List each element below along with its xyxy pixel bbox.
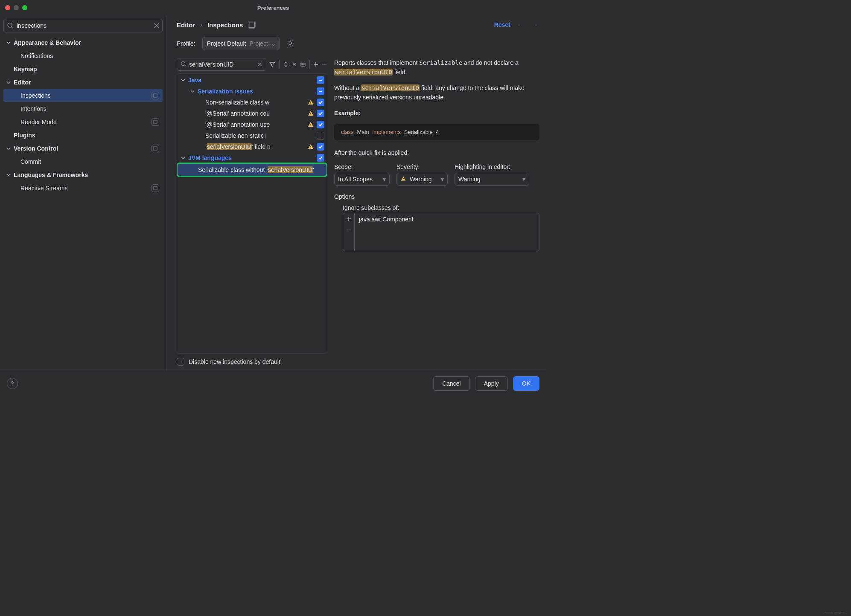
options-entry[interactable]: java.awt.Component <box>355 213 539 251</box>
clear-search-icon[interactable] <box>154 23 159 29</box>
tree-label: Non-serializable class w <box>205 99 306 106</box>
tri-state-checkbox[interactable] <box>317 76 324 84</box>
svg-line-1 <box>12 27 13 28</box>
inspection-tree: Java Serialization issues Non-serializab… <box>177 73 327 354</box>
nav-item-editor[interactable]: Editor <box>3 76 163 89</box>
nav-item-inspections[interactable]: Inspections <box>3 89 163 102</box>
code-block: class Main implements Serializable { <box>334 124 539 140</box>
filter-icon[interactable] <box>269 59 276 70</box>
chevron-down-icon <box>5 79 12 86</box>
tree-node[interactable]: 'serialVersionUID' field n <box>177 141 327 152</box>
settings-search-input[interactable] <box>3 19 163 32</box>
tree-label: Serializable non-static i <box>205 132 314 139</box>
breadcrumb-root[interactable]: Editor <box>177 21 195 29</box>
nav-item-reactive-streams[interactable]: Reactive Streams <box>3 181 163 195</box>
tree-node-serialization[interactable]: Serialization issues <box>177 86 327 97</box>
svg-rect-6 <box>154 147 157 150</box>
checkbox[interactable] <box>317 99 324 106</box>
gear-icon[interactable] <box>286 39 294 48</box>
nav-label: Plugins <box>14 132 159 139</box>
checkbox[interactable] <box>317 132 324 139</box>
svg-point-26 <box>310 148 311 148</box>
tree-node[interactable]: '@Serial' annotation cou <box>177 108 327 119</box>
tree-node-selected[interactable]: Serializable class without 'serialVersio… <box>177 163 327 176</box>
warning-icon <box>307 121 314 128</box>
nav-item-languages-frameworks[interactable]: Languages & Frameworks <box>3 168 163 181</box>
nav-item-reader-mode[interactable]: Reader Mode <box>3 115 163 128</box>
close-window-icon[interactable] <box>5 5 10 10</box>
remove-icon[interactable] <box>321 59 327 70</box>
nav-item-keymap[interactable]: Keymap <box>3 62 163 76</box>
nav-label: Intentions <box>20 105 159 112</box>
nav-label: Languages & Frameworks <box>14 171 159 178</box>
warning-icon <box>307 143 314 150</box>
settings-sidebar: Appearance & BehaviorNotificationsKeymap… <box>0 15 166 371</box>
expand-all-icon[interactable] <box>283 59 289 70</box>
tree-label: '@Serial' annotation cou <box>205 110 306 117</box>
tree-label: '@Serial' annotation use <box>205 121 306 128</box>
tree-search-input[interactable] <box>189 61 255 68</box>
chevron-down-icon <box>189 88 196 95</box>
nav-item-commit[interactable]: Commit <box>3 155 163 168</box>
nav-item-plugins[interactable]: Plugins <box>3 128 163 142</box>
tree-node-jvm[interactable]: JVM languages <box>177 152 327 163</box>
checkbox[interactable] <box>317 110 324 117</box>
options-subtitle: Ignore subclasses of: <box>343 204 539 211</box>
tree-node[interactable]: Serializable non-static i <box>177 130 327 141</box>
forward-icon: → <box>530 20 539 29</box>
tree-search-wrap: ✕ <box>177 58 266 71</box>
cancel-button[interactable]: Cancel <box>433 376 470 391</box>
project-badge-icon <box>152 184 159 192</box>
checkbox[interactable] <box>317 121 324 128</box>
tree-label: Serializable class without 'serialVersio… <box>198 166 323 173</box>
help-icon[interactable]: ? <box>7 378 18 389</box>
tree-label: Java <box>188 77 314 84</box>
tree-node[interactable]: '@Serial' annotation use <box>177 119 327 130</box>
nav-item-version-control[interactable]: Version Control <box>3 142 163 155</box>
svg-point-20 <box>310 103 311 104</box>
add-icon[interactable] <box>313 59 319 70</box>
ok-button[interactable]: OK <box>513 376 539 391</box>
collapse-all-icon[interactable] <box>291 59 297 70</box>
apply-button[interactable]: Apply <box>475 376 508 391</box>
tri-state-checkbox[interactable] <box>317 87 324 95</box>
add-entry-icon[interactable] <box>343 213 354 224</box>
warning-icon <box>307 110 314 117</box>
severity-select[interactable]: Warning▾ <box>396 173 448 186</box>
project-badge-icon <box>152 145 159 152</box>
disable-checkbox[interactable] <box>177 358 184 366</box>
remove-entry-icon[interactable] <box>343 224 354 235</box>
tree-label: JVM languages <box>188 154 314 161</box>
scope-select[interactable]: In All Scopes▾ <box>334 173 390 186</box>
reset-tree-icon[interactable] <box>300 59 306 70</box>
checkbox[interactable] <box>317 154 324 162</box>
chevron-down-icon <box>5 39 12 46</box>
nav-label: Reader Mode <box>20 119 152 125</box>
nav-item-intentions[interactable]: Intentions <box>3 102 163 115</box>
tree-label: Serialization issues <box>198 88 314 95</box>
checkbox[interactable] <box>317 143 324 151</box>
svg-point-9 <box>289 42 291 44</box>
svg-rect-7 <box>154 186 157 190</box>
profile-row: Profile: Project Default Project ⌵ <box>177 37 539 50</box>
tree-node-java[interactable]: Java <box>177 75 327 86</box>
title-bar: Preferences <box>0 0 546 15</box>
svg-point-22 <box>310 114 311 115</box>
window-title: Preferences <box>257 5 289 11</box>
tree-node[interactable]: Non-serializable class w <box>177 97 327 108</box>
back-icon[interactable]: ← <box>516 20 525 29</box>
description-p2: Without a serialVersionUID field, any ch… <box>334 83 539 102</box>
warning-icon <box>400 176 406 183</box>
chevron-right-icon: › <box>200 21 202 28</box>
highlight-select[interactable]: Warning▾ <box>455 173 529 186</box>
profile-combo[interactable]: Project Default Project ⌵ <box>202 37 280 50</box>
nav-label: Reactive Streams <box>20 185 152 192</box>
reset-link[interactable]: Reset <box>494 21 510 28</box>
nav-item-appearance-behavior[interactable]: Appearance & Behavior <box>3 36 163 49</box>
svg-point-0 <box>8 23 12 27</box>
clear-icon[interactable]: ✕ <box>257 61 262 68</box>
minimize-window-icon[interactable] <box>14 5 19 10</box>
nav-item-notifications[interactable]: Notifications <box>3 49 163 62</box>
svg-point-28 <box>403 180 403 180</box>
zoom-window-icon[interactable] <box>22 5 27 10</box>
